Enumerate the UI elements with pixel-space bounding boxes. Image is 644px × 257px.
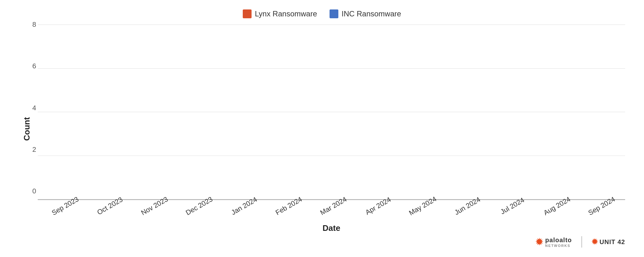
bar-group [130,25,175,199]
legend-item-lynx: Lynx Ransomware [243,9,317,18]
bar-group [488,25,533,199]
logo-divider [581,236,582,248]
x-axis-title: Date [38,223,625,233]
bar-group [577,25,622,199]
bar-group [175,25,219,199]
lynx-label: Lynx Ransomware [255,9,317,18]
paloalto-logo: ✹ paloalto NETWORKS [536,237,572,248]
chart-area: Count 86420 Sep 2023Oct 2023Nov 2023Dec … [19,25,625,233]
footer: ✹ paloalto NETWORKS ✹ UNIT 42 [19,236,625,248]
bar-group [264,25,309,199]
bar-group [309,25,354,199]
chart-inner: 86420 Sep 2023Oct 2023Nov 2023Dec 2023Ja… [38,25,625,233]
x-labels: Sep 2023Oct 2023Nov 2023Dec 2023Jan 2024… [38,203,625,211]
bar-group [220,25,264,199]
paloalto-sublabel: NETWORKS [545,244,572,248]
bar-group [41,25,86,199]
chart-container: Lynx Ransomware INC Ransomware Count 864… [19,9,625,248]
bar-group [443,25,488,199]
unit42-logo: ✹ UNIT 42 [591,237,625,246]
bar-group [86,25,130,199]
y-axis-label: Count [19,25,35,233]
paloalto-name: paloalto [545,237,572,244]
paloalto-text: paloalto NETWORKS [545,237,572,248]
lynx-swatch [243,9,252,18]
bar-group [398,25,443,199]
unit42-label: UNIT 42 [600,238,625,246]
paloalto-icon: ✹ [536,237,543,247]
legend-item-inc: INC Ransomware [330,9,401,18]
bar-group [533,25,577,199]
bars-row [38,25,625,199]
plot-area: 86420 [38,25,625,199]
legend: Lynx Ransomware INC Ransomware [243,9,401,18]
bar-group [354,25,398,199]
inc-swatch [330,9,338,18]
inc-label: INC Ransomware [341,9,401,18]
unit42-icon: ✹ [591,237,598,246]
